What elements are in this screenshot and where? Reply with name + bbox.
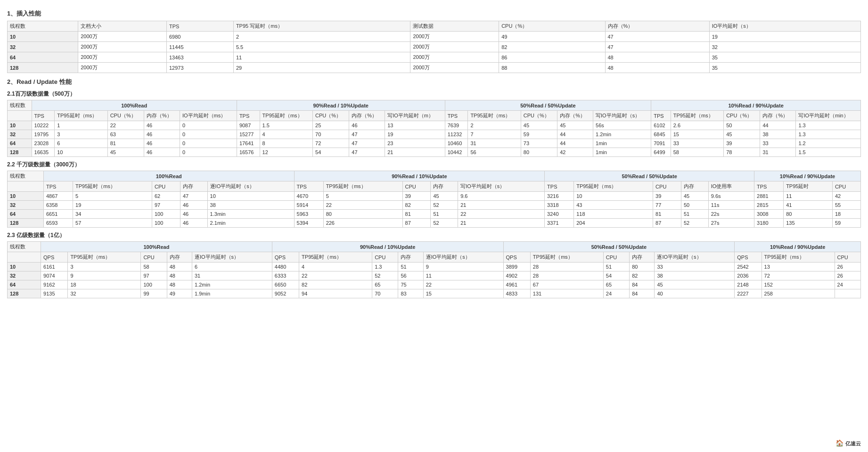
- section2-2-title: 2.2 千万级数据量（3000万）: [7, 161, 861, 169]
- section2-1-title: 2.1百万级数据量（500万）: [7, 90, 861, 98]
- read-update-1y-table: 线程数100%Read90%Read / 10%Update50%Read / …: [7, 241, 861, 298]
- section2-title: 2、Read / Update 性能: [7, 78, 861, 86]
- read-update-500w-table: 线程数100%Read90%Read / 10%Update50%Read / …: [7, 100, 861, 157]
- read-update-3000w-table: 线程数100%Read90%Read / 10%Update50%Read / …: [7, 171, 861, 228]
- section2-3-title: 2.3 亿级数据量（1亿）: [7, 231, 861, 239]
- insert-perf-table: 线程数文档大小TPSTP95 写延时（ms）测试数据CPU（%）内存（%）IO平…: [7, 21, 861, 73]
- section1-title: 1、插入性能: [7, 9, 861, 18]
